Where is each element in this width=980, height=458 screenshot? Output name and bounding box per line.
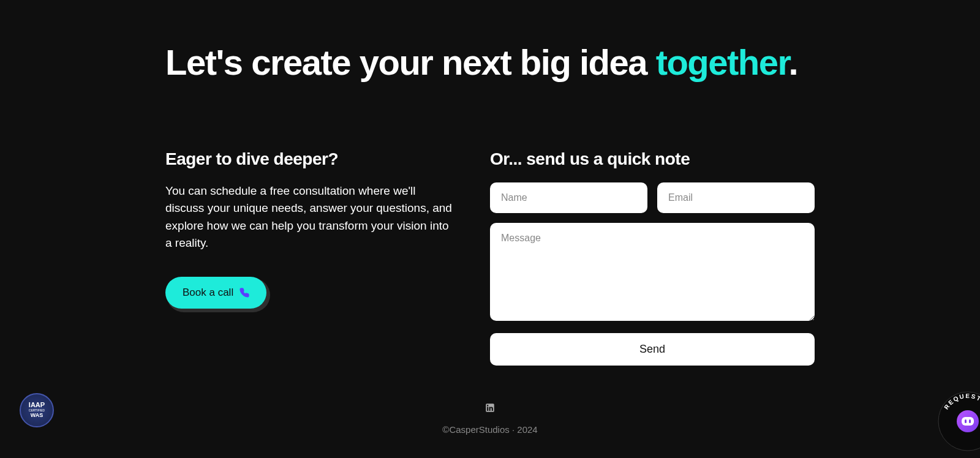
message-textarea[interactable] [490,223,815,321]
contact-form-heading: Or... send us a quick note [490,149,815,169]
headline-suffix: . [788,42,797,82]
request-form-widget[interactable]: REQUEST FORM [937,391,980,452]
name-input[interactable] [490,182,647,213]
footer: ©CasperStudios · 2024 [165,402,815,435]
headline-prefix: Let's create your next big idea [165,42,656,82]
book-call-button[interactable]: Book a call [165,277,266,309]
phone-icon [239,288,249,298]
iaap-badge-line1: IAAP [29,402,45,408]
consultation-description: You can schedule a free consultation whe… [165,182,453,252]
headline-accent: together [656,42,789,82]
iaap-badge[interactable]: IAAP CERTIFIED WAS [20,393,54,427]
copyright-text: ©CasperStudios · 2024 [165,424,815,435]
iaap-badge-line3: WAS [31,412,43,419]
consultation-heading: Eager to dive deeper? [165,149,453,169]
book-call-label: Book a call [183,287,233,299]
send-button[interactable]: Send [490,333,815,366]
chatbot-icon [957,410,979,432]
page-headline: Let's create your next big idea together… [165,43,815,82]
consultation-section: Eager to dive deeper? You can schedule a… [165,149,453,366]
contact-form-section: Or... send us a quick note Send [490,149,815,366]
linkedin-icon[interactable] [484,402,496,413]
email-input[interactable] [657,182,815,213]
